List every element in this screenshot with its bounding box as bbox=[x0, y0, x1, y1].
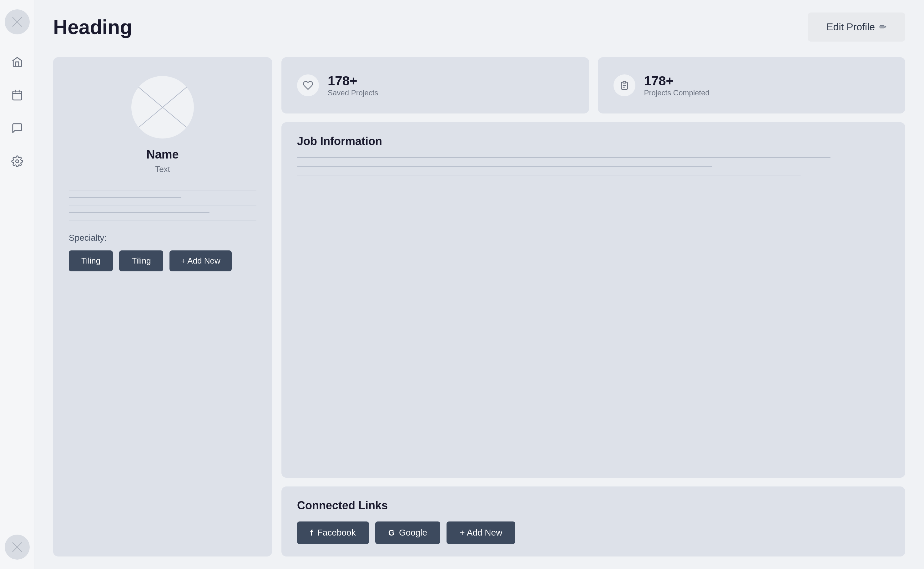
page-title: Heading bbox=[53, 16, 132, 39]
specialty-tags: Tiling Tiling + Add New bbox=[69, 250, 256, 271]
completed-count: 178+ bbox=[644, 73, 709, 88]
home-icon bbox=[11, 56, 23, 68]
avatar-top-icon bbox=[11, 16, 23, 28]
specialty-tag-2[interactable]: Tiling bbox=[119, 250, 163, 271]
job-info-title: Job Information bbox=[297, 135, 890, 148]
job-line-2 bbox=[297, 166, 712, 167]
sidebar-nav bbox=[8, 53, 26, 535]
profile-name: Name bbox=[146, 148, 179, 161]
specialty-add-button[interactable]: + Add New bbox=[169, 250, 231, 271]
job-line-1 bbox=[297, 157, 831, 158]
google-label: Google bbox=[399, 528, 427, 538]
content-grid: Name Text Specialty: Tiling Tiling + Add… bbox=[53, 57, 905, 557]
saved-stat-info: 178+ Saved Projects bbox=[328, 73, 378, 97]
pencil-icon: ✏ bbox=[879, 22, 886, 32]
left-panel: Name Text Specialty: Tiling Tiling + Add… bbox=[53, 57, 272, 557]
job-line-3 bbox=[297, 175, 801, 175]
specialty-label: Specialty: bbox=[69, 233, 256, 243]
facebook-link-button[interactable]: f Facebook bbox=[297, 522, 369, 544]
messages-icon bbox=[11, 122, 23, 134]
profile-avatar bbox=[131, 76, 194, 138]
completed-icon-wrap bbox=[613, 75, 635, 96]
edit-profile-label: Edit Profile bbox=[827, 21, 875, 33]
profile-lines bbox=[69, 190, 256, 221]
facebook-label: Facebook bbox=[317, 528, 356, 538]
completed-stat-info: 178+ Projects Completed bbox=[644, 73, 709, 97]
header: Heading Edit Profile ✏ bbox=[53, 12, 905, 41]
profile-line-4 bbox=[69, 212, 210, 213]
calendar-icon bbox=[11, 89, 23, 101]
saved-icon-wrap bbox=[297, 75, 319, 96]
avatar-bottom[interactable] bbox=[5, 535, 30, 560]
add-link-button[interactable]: + Add New bbox=[446, 522, 515, 544]
sidebar-item-settings[interactable] bbox=[8, 152, 26, 170]
link-buttons: f Facebook G Google + Add New bbox=[297, 522, 890, 544]
saved-label: Saved Projects bbox=[328, 88, 378, 97]
profile-line-1 bbox=[69, 190, 256, 190]
svg-rect-2 bbox=[12, 91, 21, 100]
clipboard-icon bbox=[619, 80, 630, 91]
heart-icon bbox=[303, 80, 313, 91]
right-panel: 178+ Saved Projects 178+ bbox=[282, 57, 905, 557]
stat-card-saved: 178+ Saved Projects bbox=[282, 57, 589, 114]
avatar-top[interactable] bbox=[5, 9, 30, 34]
avatar-bottom-icon bbox=[11, 541, 23, 553]
stat-card-completed: 178+ Projects Completed bbox=[598, 57, 906, 114]
connected-links-title: Connected Links bbox=[297, 499, 890, 512]
saved-count: 178+ bbox=[328, 73, 378, 88]
stats-row: 178+ Saved Projects 178+ bbox=[282, 57, 905, 114]
sidebar-item-home[interactable] bbox=[8, 53, 26, 71]
sidebar bbox=[0, 0, 34, 569]
main-content: Heading Edit Profile ✏ Name Text Special… bbox=[34, 0, 924, 569]
job-lines bbox=[297, 157, 890, 175]
connected-links-card: Connected Links f Facebook G Google + Ad… bbox=[282, 487, 905, 557]
google-link-button[interactable]: G Google bbox=[375, 522, 441, 544]
google-icon: G bbox=[388, 528, 394, 538]
sidebar-item-calendar[interactable] bbox=[8, 86, 26, 104]
svg-point-6 bbox=[16, 160, 19, 163]
job-info-card: Job Information bbox=[282, 122, 905, 478]
profile-line-2 bbox=[69, 197, 181, 198]
profile-line-3 bbox=[69, 205, 256, 205]
profile-subtext: Text bbox=[155, 164, 170, 174]
specialty-section: Specialty: Tiling Tiling + Add New bbox=[69, 233, 256, 271]
specialty-tag-1[interactable]: Tiling bbox=[69, 250, 113, 271]
sidebar-item-messages[interactable] bbox=[8, 119, 26, 137]
completed-label: Projects Completed bbox=[644, 88, 709, 97]
edit-profile-button[interactable]: Edit Profile ✏ bbox=[808, 12, 905, 41]
profile-line-5 bbox=[69, 220, 256, 221]
avatar-placeholder bbox=[131, 76, 194, 138]
settings-icon bbox=[11, 155, 23, 167]
facebook-icon: f bbox=[310, 528, 313, 538]
